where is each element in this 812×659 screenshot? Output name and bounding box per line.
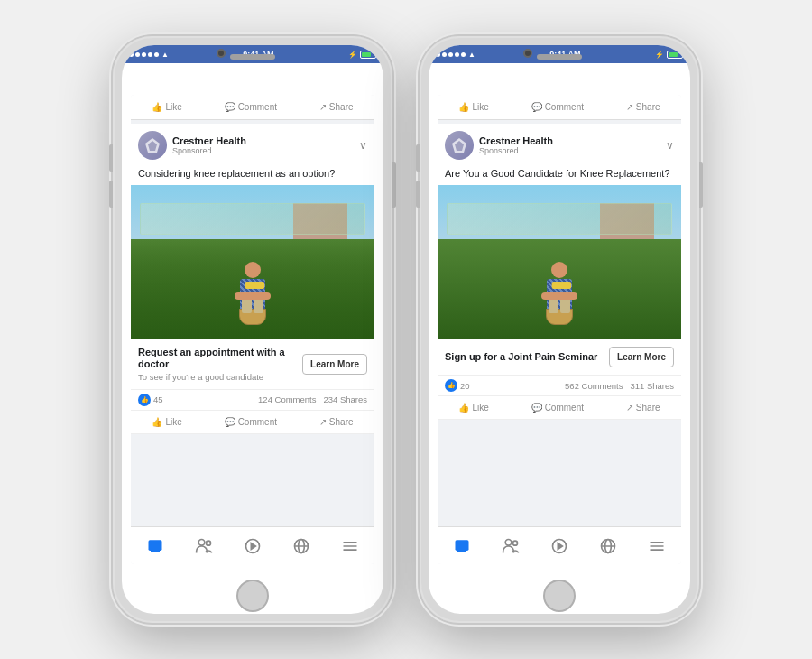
comment-top-btn-2[interactable]: 💬 Comment (531, 102, 584, 112)
svg-marker-21 (558, 543, 562, 549)
power-button-2 (699, 162, 703, 208)
svg-rect-3 (151, 551, 160, 552)
svg-rect-16 (456, 540, 469, 551)
thumbs-up-icon-top-1: 👍 (152, 102, 162, 112)
status-left: ▲ (129, 51, 169, 59)
cta-section-1: Request an appointment with a doctor To … (131, 339, 374, 389)
bottom-action-bar-1: 👍 Like 💬 Comment ↗ Share (131, 410, 374, 434)
learn-more-button-1[interactable]: Learn More (302, 354, 367, 375)
share-bottom-btn-1[interactable]: ↗ Share (314, 414, 359, 430)
battery-area-2: ⚡ (655, 51, 683, 59)
top-action-bar-1: 👍 Like 💬 Comment ↗ Share (131, 95, 374, 120)
status-left-2: ▲ (436, 51, 475, 59)
cta-text-2: Sign up for a Joint Pain Seminar (445, 351, 609, 363)
post-header-1: Crestner Health Sponsored ∨ (131, 124, 374, 163)
health-logo-icon-1 (143, 136, 161, 154)
nav-globe-icon-1[interactable] (291, 535, 312, 557)
shares-count-1: 234 Shares (323, 394, 367, 404)
nav-menu-icon-2[interactable] (646, 535, 668, 557)
nav-play-icon-1[interactable] (242, 535, 263, 557)
comment-icon-1: 💬 (225, 417, 235, 427)
fb-ad-card-2: Crestner Health Sponsored ∨ Are You a Go… (438, 124, 681, 420)
likes-count-2: 20 (460, 381, 470, 391)
battery-area: ⚡ (348, 51, 376, 59)
health-logo-icon-2 (450, 136, 468, 154)
home-button[interactable] (236, 580, 269, 612)
post-meta-2: Crestner Health Sponsored (479, 135, 553, 155)
volume-down-button (109, 181, 113, 208)
nav-menu-icon-1[interactable] (339, 535, 361, 557)
thumbs-up-icon-2: 👍 (458, 403, 469, 413)
nav-friends-icon-1[interactable] (193, 535, 215, 557)
svg-point-18 (505, 539, 512, 545)
nav-globe-icon-2[interactable] (597, 535, 619, 557)
like-bottom-btn-1[interactable]: 👍 Like (146, 414, 187, 430)
post-image-2 (438, 185, 681, 339)
learn-more-button-2[interactable]: Learn More (609, 347, 674, 367)
home-button-2[interactable] (543, 580, 576, 612)
post-options-chevron-1[interactable]: ∨ (359, 139, 367, 152)
like-bottom-btn-2[interactable]: 👍 Like (453, 400, 494, 415)
battery-fill-2 (669, 52, 678, 57)
fb-ad-card-1: Crestner Health Sponsored ∨ Considering … (131, 124, 374, 434)
post-header-2: Crestner Health Sponsored ∨ (438, 124, 681, 163)
volume-up-button (109, 144, 113, 172)
like-bottom-label-1: Like (165, 417, 181, 427)
like-badge-1: 👍 (138, 394, 151, 406)
post-header-left-1: Crestner Health Sponsored (138, 131, 246, 160)
glove-right-1 (254, 282, 264, 289)
nav-home-icon-1[interactable] (144, 535, 166, 557)
signal-dots (129, 52, 159, 57)
engagement-stats-1: 124 Comments 234 Shares (258, 394, 367, 404)
top-action-bar-2: 👍 Like 💬 Comment ↗ Share (438, 95, 681, 120)
nav-home-icon-2[interactable] (451, 535, 473, 557)
signal-dots-2 (436, 52, 466, 57)
speaker (230, 54, 275, 60)
nav-friends-icon-2[interactable] (500, 535, 521, 557)
volume-up-button-2 (416, 144, 420, 172)
battery-icon-2 (667, 51, 683, 59)
post-text-1: Considering knee replacement as an optio… (131, 163, 374, 185)
nav-play-icon-2[interactable] (549, 535, 570, 557)
share-bottom-label-2: Share (636, 403, 660, 413)
phone-screen-2: ▲ 9:41 AM ⚡ 👍 Like 💬 Comment (429, 45, 690, 614)
comment-bottom-btn-1[interactable]: 💬 Comment (219, 414, 282, 430)
comment-bottom-label-1: Comment (238, 417, 277, 427)
front-camera (217, 49, 226, 58)
like-label-top-2: Like (472, 102, 488, 112)
share-bottom-label-1: Share (329, 417, 354, 427)
nav-bar-2 (438, 526, 681, 564)
comment-label-top-2: Comment (545, 102, 584, 112)
share-top-btn-2[interactable]: ↗ Share (626, 102, 660, 112)
share-bottom-btn-2[interactable]: ↗ Share (621, 400, 666, 415)
engagement-left-1: 👍 45 (138, 394, 163, 406)
comment-bottom-btn-2[interactable]: 💬 Comment (526, 400, 589, 415)
battery-percent-2: ⚡ (655, 51, 664, 59)
post-image-1 (131, 185, 374, 339)
page-name-2: Crestner Health (479, 135, 553, 146)
svg-rect-17 (457, 551, 466, 552)
svg-point-19 (513, 541, 518, 545)
glove-right-2 (560, 282, 571, 289)
like-top-btn-1[interactable]: 👍 Like (152, 102, 181, 112)
battery-icon (360, 51, 376, 59)
comment-bottom-label-2: Comment (545, 403, 584, 413)
engagement-stats-2: 562 Comments 311 Shares (565, 381, 674, 391)
nav-bar-1 (131, 526, 374, 564)
comment-label-top-1: Comment (238, 102, 277, 112)
cta-text-1: Request an appointment with a doctor To … (138, 347, 302, 381)
screen-2: 👍 Like 💬 Comment ↗ Share (438, 95, 681, 564)
engagement-left-2: 👍 20 (445, 379, 470, 392)
wifi-label-2: ▲ (468, 51, 475, 59)
battery-percent: ⚡ (348, 51, 357, 59)
share-icon-top-1: ↗ (319, 102, 327, 112)
share-top-btn-1[interactable]: ↗ Share (319, 102, 354, 112)
comment-top-btn-1[interactable]: 💬 Comment (225, 102, 277, 112)
share-icon-top-2: ↗ (626, 102, 633, 112)
like-top-btn-2[interactable]: 👍 Like (458, 102, 488, 112)
greenhouse-1 (140, 203, 365, 235)
engagement-bar-1: 👍 45 124 Comments 234 Shares (131, 390, 374, 410)
svg-point-4 (198, 539, 205, 545)
share-icon-2: ↗ (626, 403, 633, 413)
post-options-chevron-2[interactable]: ∨ (666, 139, 674, 152)
